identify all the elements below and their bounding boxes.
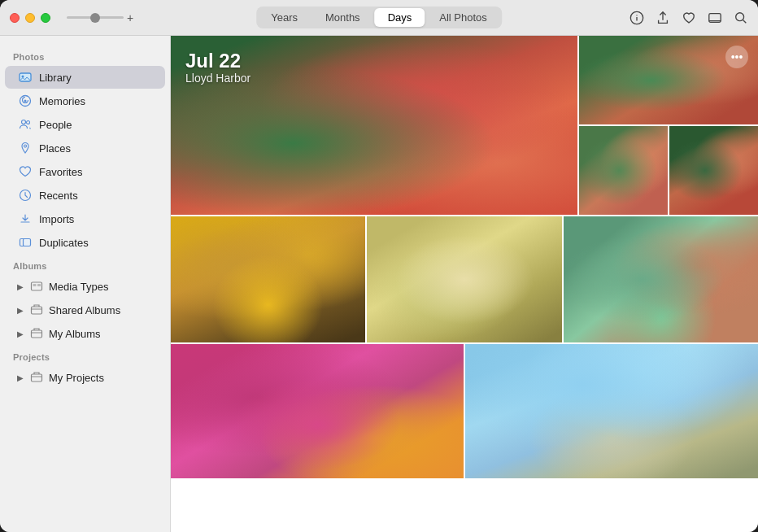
svg-rect-16 <box>32 282 42 290</box>
photo-main[interactable]: Jul 22 Lloyd Harbor <box>171 36 577 215</box>
places-icon <box>18 141 33 155</box>
day-header: Jul 22 Lloyd Harbor <box>185 50 250 85</box>
photo-tr2-image <box>579 126 668 215</box>
photo-mid3-image <box>564 216 758 342</box>
chevron-icon-4: ▶ <box>16 373 24 382</box>
more-options-button[interactable]: ••• <box>725 46 748 68</box>
sidebar-item-people[interactable]: People <box>5 113 165 136</box>
photo-bot-1[interactable] <box>171 344 464 478</box>
sidebar-item-my-projects[interactable]: ▶ My Projects <box>5 366 165 389</box>
minimize-button[interactable] <box>25 13 35 23</box>
photo-top-right-2[interactable] <box>579 126 668 215</box>
svg-point-12 <box>24 145 27 147</box>
titlebar: + Years Months Days All Photos <box>0 0 758 36</box>
photo-mid1-image <box>171 216 365 342</box>
recents-icon <box>18 188 33 203</box>
app-window: + Years Months Days All Photos <box>0 0 758 532</box>
sidebar-item-my-albums[interactable]: ▶ My Albums <box>5 322 165 345</box>
svg-rect-20 <box>32 330 42 338</box>
chevron-icon: ▶ <box>16 282 24 290</box>
tab-all-photos[interactable]: All Photos <box>426 8 500 27</box>
sidebar-item-media-types[interactable]: ▶ Media Types <box>5 275 165 298</box>
favorites-sidebar-icon <box>18 164 33 179</box>
people-icon <box>18 117 33 132</box>
tab-years[interactable]: Years <box>258 8 311 27</box>
photo-mid-2[interactable] <box>367 216 561 342</box>
sidebar-item-memories-label: Memories <box>39 95 85 107</box>
sidebar-item-library-label: Library <box>39 72 72 84</box>
slideshow-button[interactable] <box>708 11 722 25</box>
photo-mid-1[interactable] <box>171 216 365 342</box>
duplicates-icon <box>18 235 33 250</box>
sidebar-item-library[interactable]: Library <box>5 66 165 89</box>
svg-point-11 <box>27 121 30 124</box>
top-row: Jul 22 Lloyd Harbor <box>171 36 758 215</box>
view-tabs: Years Months Days All Photos <box>256 7 502 28</box>
maximize-button[interactable] <box>41 13 50 23</box>
main-content: Photos Library <box>0 36 758 532</box>
day-header-location: Lloyd Harbor <box>185 72 250 85</box>
sidebar-item-my-projects-label: My Projects <box>49 372 104 384</box>
sidebar-item-recents-label: Recents <box>39 190 78 202</box>
svg-point-4 <box>736 12 744 20</box>
photo-mid-3[interactable] <box>564 216 758 342</box>
sidebar-item-places-label: Places <box>39 142 71 155</box>
photo-top-right-3[interactable] <box>669 126 758 215</box>
sidebar-item-favorites[interactable]: Favorites <box>5 160 165 183</box>
zoom-plus-button[interactable]: + <box>127 11 133 24</box>
zoom-control: + <box>67 11 133 24</box>
favorites-button[interactable] <box>682 11 696 25</box>
sidebar-item-memories[interactable]: Memories <box>5 89 165 112</box>
tab-months[interactable]: Months <box>312 8 373 27</box>
tab-days[interactable]: Days <box>375 8 425 27</box>
memories-icon <box>18 94 33 108</box>
middle-row <box>171 216 758 342</box>
sidebar-item-recents[interactable]: Recents <box>5 184 165 207</box>
svg-rect-6 <box>20 73 31 81</box>
zoom-slider[interactable] <box>67 16 124 19</box>
my-albums-icon <box>29 326 44 341</box>
photo-bot2-image <box>465 344 758 478</box>
svg-rect-21 <box>32 374 42 382</box>
close-button[interactable] <box>10 13 20 23</box>
info-button[interactable] <box>629 11 644 25</box>
sidebar-item-duplicates-label: Duplicates <box>39 237 89 249</box>
shared-albums-icon <box>29 303 44 317</box>
day-header-date: Jul 22 <box>185 50 250 72</box>
photo-grid: Jul 22 Lloyd Harbor <box>171 36 758 532</box>
library-icon <box>18 70 33 85</box>
svg-point-9 <box>24 100 27 102</box>
svg-rect-19 <box>32 307 42 314</box>
titlebar-actions <box>629 11 748 25</box>
svg-line-5 <box>743 20 747 23</box>
sidebar-item-shared-albums-label: Shared Albums <box>49 304 120 316</box>
sidebar-item-duplicates[interactable]: Duplicates <box>5 231 165 254</box>
sidebar-section-projects-label: Projects <box>0 346 170 365</box>
sidebar-section-photos-label: Photos <box>0 46 170 65</box>
sidebar-item-shared-albums[interactable]: ▶ Shared Albums <box>5 299 165 321</box>
svg-rect-18 <box>37 284 41 286</box>
sidebar-item-imports[interactable]: Imports <box>5 207 165 230</box>
sidebar-item-media-types-label: Media Types <box>49 281 108 293</box>
share-button[interactable] <box>656 11 670 25</box>
chevron-icon-3: ▶ <box>16 329 24 338</box>
sidebar-item-people-label: People <box>39 119 72 131</box>
search-button[interactable] <box>734 11 748 25</box>
photo-bot-2[interactable] <box>465 344 758 478</box>
my-projects-icon <box>29 370 44 385</box>
zoom-slider-thumb <box>90 13 100 23</box>
svg-rect-17 <box>33 284 37 286</box>
svg-point-2 <box>636 15 637 15</box>
day-section: Jul 22 Lloyd Harbor <box>171 36 758 478</box>
photo-mid2-image <box>367 216 561 342</box>
svg-rect-15 <box>24 239 31 246</box>
photo-bot1-image <box>171 344 464 478</box>
sidebar-item-places[interactable]: Places <box>5 137 165 159</box>
svg-point-10 <box>22 120 26 124</box>
chevron-icon-2: ▶ <box>16 306 24 314</box>
sidebar-item-my-albums-label: My Albums <box>49 328 101 340</box>
sidebar-section-albums-label: Albums <box>0 255 170 274</box>
sidebar-item-imports-label: Imports <box>39 213 74 225</box>
bottom-row <box>171 344 758 478</box>
media-types-icon <box>29 279 44 294</box>
